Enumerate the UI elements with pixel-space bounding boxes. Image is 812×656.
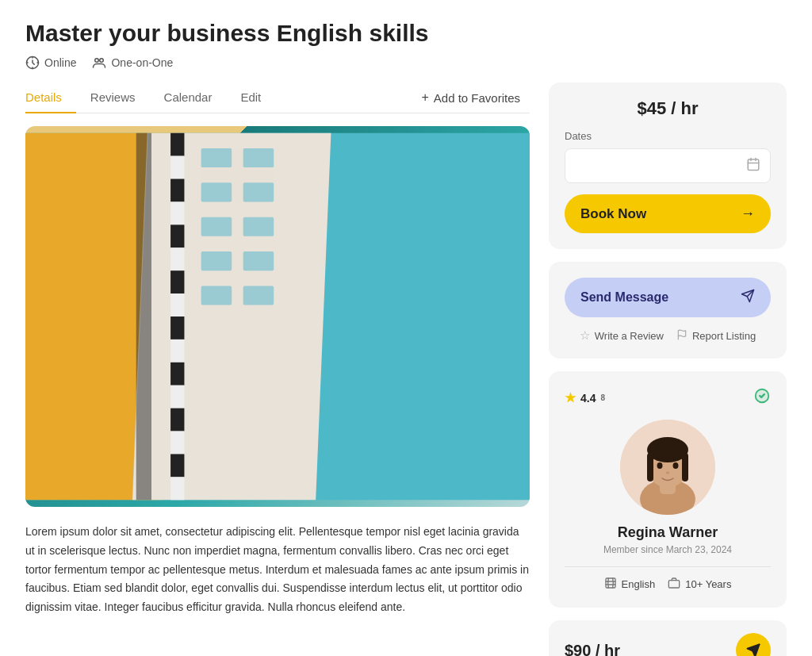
svg-rect-14: [170, 316, 184, 340]
svg-rect-52: [606, 578, 615, 588]
svg-rect-15: [170, 340, 184, 363]
report-listing-label: Report Listing: [692, 330, 756, 342]
svg-rect-32: [136, 133, 151, 501]
hero-image: [25, 126, 530, 507]
svg-rect-25: [243, 182, 274, 201]
avatar: [620, 420, 715, 515]
add-favorites-label: Add to Favorites: [434, 91, 520, 105]
svg-rect-12: [170, 270, 184, 293]
arrow-icon: →: [741, 205, 755, 222]
svg-rect-48: [682, 453, 688, 481]
description-text: Lorem ipsum dolor sit amet, consectetur …: [25, 523, 530, 617]
mode-meta: One-on-One: [92, 56, 173, 70]
svg-rect-28: [201, 251, 232, 270]
svg-rect-9: [170, 201, 184, 224]
online-meta: Online: [25, 56, 76, 70]
send-icon: [741, 289, 755, 306]
svg-rect-29: [243, 251, 274, 270]
svg-point-49: [657, 462, 663, 469]
one-on-one-icon: [92, 56, 106, 70]
svg-rect-10: [170, 224, 184, 247]
bottom-price-card: $90 / hr: [549, 620, 787, 656]
language-value: English: [622, 578, 656, 590]
report-listing-button[interactable]: Report Listing: [676, 328, 756, 343]
svg-point-51: [666, 472, 670, 474]
language-icon: [604, 577, 617, 592]
svg-rect-17: [170, 386, 184, 409]
meta-row: Online One-on-One: [25, 56, 787, 70]
svg-point-50: [673, 462, 679, 469]
svg-rect-31: [243, 286, 274, 305]
book-now-button[interactable]: Book Now →: [565, 194, 771, 233]
tutor-avatar-wrap: [565, 420, 771, 515]
dates-input-row[interactable]: [565, 148, 771, 183]
online-label: Online: [44, 56, 76, 69]
send-message-button[interactable]: Send Message: [565, 278, 771, 317]
svg-rect-34: [748, 159, 759, 171]
svg-rect-11: [170, 247, 184, 270]
svg-rect-30: [201, 286, 232, 305]
svg-rect-7: [170, 156, 184, 179]
action-links: ☆ Write a Review Report Listing: [565, 328, 771, 343]
svg-rect-6: [170, 133, 184, 156]
tutor-rating-row: ★ 4.48: [565, 387, 771, 409]
plus-icon: +: [421, 90, 428, 105]
send-arrow-icon: [746, 643, 760, 656]
add-favorites-button[interactable]: + Add to Favorites: [412, 84, 530, 111]
tutor-meta: English 10+ Years: [565, 566, 771, 592]
svg-rect-27: [243, 217, 274, 236]
svg-point-1: [95, 59, 99, 63]
svg-rect-16: [170, 363, 184, 386]
tabs-row: Details Reviews Calendar Edit + Add to F…: [25, 82, 530, 113]
calendar-icon: [746, 157, 760, 175]
price-label: $45 / hr: [565, 98, 771, 119]
online-icon: [25, 56, 40, 70]
booking-card: $45 / hr Dates Book Now →: [549, 82, 787, 249]
main-column: Details Reviews Calendar Edit + Add to F…: [25, 82, 530, 617]
page-layout: Details Reviews Calendar Edit + Add to F…: [25, 82, 787, 656]
dates-input[interactable]: [575, 159, 746, 172]
send-message-label: Send Message: [580, 290, 668, 305]
rating-count: 8: [600, 393, 605, 402]
svg-marker-57: [748, 645, 760, 657]
experience-meta: 10+ Years: [668, 577, 731, 592]
write-review-label: Write a Review: [595, 330, 664, 342]
svg-rect-21: [170, 477, 184, 500]
experience-value: 10+ Years: [685, 578, 731, 590]
tutor-name: Regina Warner: [565, 524, 771, 541]
svg-rect-22: [201, 148, 232, 167]
experience-icon: [668, 577, 680, 592]
tab-reviews[interactable]: Reviews: [76, 82, 150, 113]
write-review-button[interactable]: ☆ Write a Review: [580, 328, 664, 343]
svg-rect-55: [669, 581, 680, 588]
star-filled-icon: ★: [565, 390, 576, 405]
tab-edit[interactable]: Edit: [226, 82, 275, 113]
svg-rect-8: [170, 179, 184, 202]
tabs-left: Details Reviews Calendar Edit: [25, 82, 412, 113]
verified-icon: [753, 387, 771, 409]
svg-rect-20: [170, 454, 184, 477]
svg-rect-18: [170, 409, 184, 432]
svg-rect-23: [243, 148, 274, 167]
rating-value: 4.4: [580, 392, 596, 405]
flag-icon: [676, 329, 688, 343]
hero-svg: [25, 126, 530, 507]
bottom-send-button[interactable]: [736, 633, 771, 656]
svg-rect-47: [647, 453, 653, 481]
language-meta: English: [604, 577, 656, 592]
svg-rect-26: [201, 217, 232, 236]
svg-rect-19: [170, 432, 184, 455]
svg-rect-24: [201, 182, 232, 201]
actions-card: Send Message ☆ Write a Review: [549, 262, 787, 359]
avatar-svg: [620, 420, 715, 515]
sidebar-column: $45 / hr Dates Book Now →: [549, 82, 787, 656]
tutor-since: Member since March 23, 2024: [565, 544, 771, 555]
rating-stars: ★ 4.48: [565, 390, 605, 405]
star-icon: ☆: [580, 328, 590, 343]
svg-rect-13: [170, 293, 184, 316]
tab-calendar[interactable]: Calendar: [150, 82, 227, 113]
tab-details[interactable]: Details: [25, 82, 76, 113]
dates-label: Dates: [565, 130, 771, 142]
page-title: Master your business English skills: [25, 19, 787, 48]
bottom-price-label: $90 / hr: [565, 642, 620, 657]
